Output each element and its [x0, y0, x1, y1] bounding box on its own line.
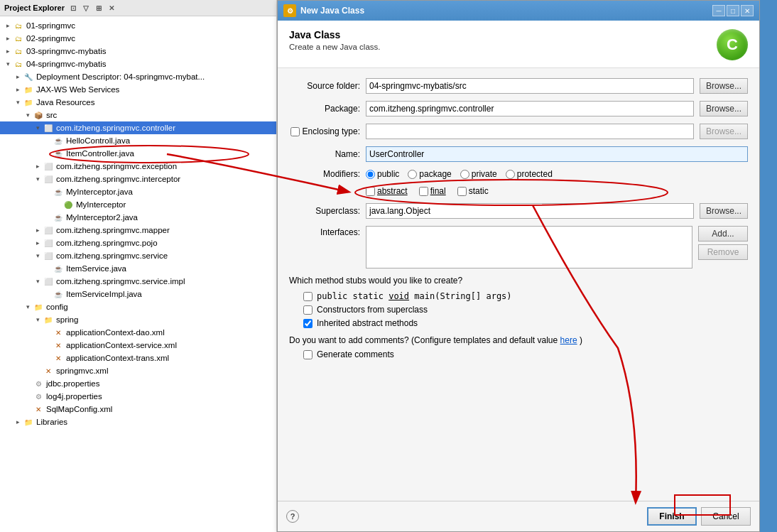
- name-input[interactable]: [366, 146, 748, 162]
- superclass-browse-btn[interactable]: Browse...: [700, 203, 748, 219]
- tree-item-javares[interactable]: ▾📁Java Resources: [0, 96, 276, 109]
- modifier-package[interactable]: package: [408, 169, 451, 179]
- tree-item-hellocontroll[interactable]: ☕HelloControll.java: [0, 134, 276, 147]
- expand-icon-service[interactable]: ▾: [33, 251, 43, 261]
- tree-item-service[interactable]: ▾⬜com.itzheng.springmvc.service: [0, 249, 276, 262]
- item-label-itemcontroller: ItemController.java: [66, 149, 134, 158]
- expand-all-icon[interactable]: ⊞: [93, 2, 104, 13]
- modifier-private-radio[interactable]: [460, 170, 469, 179]
- expand-icon-libraries[interactable]: ▸: [13, 417, 23, 427]
- tree-item-sqlmap[interactable]: ✕SqlMapConfig.xml: [0, 403, 276, 416]
- modifier-public[interactable]: public: [366, 169, 399, 179]
- package-input[interactable]: [366, 101, 694, 116]
- expand-icon-pojo[interactable]: ▸: [33, 238, 43, 248]
- tree-item-spring[interactable]: ▾📁spring: [0, 313, 276, 326]
- maximize-window-btn[interactable]: □: [727, 5, 739, 16]
- tree-item-interceptor[interactable]: ▾⬜com.itzheng.springmvc.interceptor: [0, 173, 276, 185]
- remove-interface-btn[interactable]: Remove: [698, 244, 748, 260]
- expand-icon-mapper[interactable]: ▸: [33, 225, 43, 235]
- source-folder-input[interactable]: [366, 78, 694, 94]
- help-button[interactable]: ?: [286, 510, 299, 523]
- comments-here-link[interactable]: here: [560, 335, 577, 345]
- source-folder-browse-btn[interactable]: Browse...: [700, 78, 748, 94]
- tree-item-springmvcxml[interactable]: ✕springmvc.xml: [0, 364, 276, 377]
- tree-item-myinterceptor2[interactable]: ☕MyInterceptor2.java: [0, 211, 276, 224]
- modifier-final-checkbox[interactable]: [419, 187, 428, 196]
- tree-item-exception[interactable]: ▸⬜com.itzheng.springmvc.exception: [0, 160, 276, 173]
- item-icon-myinterceptor2: ☕: [53, 212, 64, 223]
- modifier-final[interactable]: final: [419, 186, 446, 196]
- panel-header: Project Explorer ⊡ ▽ ⊞ ✕: [0, 0, 276, 16]
- modifier-static[interactable]: static: [457, 186, 489, 196]
- package-browse-btn[interactable]: Browse...: [700, 101, 748, 116]
- cancel-button[interactable]: Cancel: [701, 507, 751, 526]
- stub-main-checkbox[interactable]: [303, 292, 313, 301]
- tree-item-jdbcprops[interactable]: ⚙jdbc.properties: [0, 377, 276, 390]
- tree-item-pojo[interactable]: ▸⬜com.itzheng.springmvc.pojo: [0, 237, 276, 249]
- minimize-window-btn[interactable]: ─: [712, 5, 725, 16]
- tree-item-itemcontroller[interactable]: ☕ItemController.java: [0, 147, 276, 160]
- add-interface-btn[interactable]: Add...: [698, 226, 748, 241]
- tree-item-proj4[interactable]: ▾🗂04-springmvc-mybatis: [0, 58, 276, 70]
- tree-item-serviceimpl[interactable]: ▾⬜com.itzheng.springmvc.service.impl: [0, 275, 276, 288]
- generate-comments-checkbox[interactable]: [303, 350, 313, 359]
- close-window-btn[interactable]: ✕: [741, 5, 754, 16]
- expand-icon-interceptor[interactable]: ▾: [33, 174, 43, 184]
- expand-icon-javares[interactable]: ▾: [13, 97, 23, 107]
- enclosing-type-input[interactable]: [366, 124, 694, 139]
- tree-item-jaxws[interactable]: ▸📁JAX-WS Web Services: [0, 83, 276, 96]
- superclass-label: Superclass:: [289, 206, 360, 216]
- tree-item-appservice[interactable]: ✕applicationContext-service.xml: [0, 339, 276, 352]
- enclosing-type-checkbox[interactable]: [290, 127, 300, 136]
- tree-item-mapper[interactable]: ▸⬜com.itzheng.springmvc.mapper: [0, 224, 276, 237]
- enclosing-type-browse-btn[interactable]: Browse...: [700, 124, 748, 139]
- modifier-protected[interactable]: protected: [506, 169, 553, 179]
- tree-item-appdao[interactable]: ✕applicationContext-dao.xml: [0, 326, 276, 339]
- tree-item-myinterceptorclass[interactable]: 🟢MyInterceptor: [0, 198, 276, 211]
- expand-icon-src[interactable]: ▾: [23, 110, 33, 120]
- modifier-abstract-checkbox[interactable]: [366, 187, 375, 196]
- interfaces-buttons: Add... Remove: [698, 226, 748, 260]
- minimize-icon[interactable]: ⊡: [67, 2, 79, 13]
- collapse-icon[interactable]: ▽: [80, 2, 92, 13]
- close-icon[interactable]: ✕: [106, 2, 117, 13]
- expand-icon-spring[interactable]: ▾: [33, 315, 43, 325]
- expand-icon-proj1[interactable]: ▸: [3, 21, 13, 31]
- tree-item-libraries[interactable]: ▸📁Libraries: [0, 416, 276, 428]
- modifier-static-checkbox[interactable]: [457, 187, 467, 196]
- tree-item-log4j[interactable]: ⚙log4j.properties: [0, 390, 276, 403]
- modifier-public-radio[interactable]: [366, 170, 375, 179]
- stub-main-row: public static void main(String[] args): [303, 291, 748, 301]
- modifier-abstract[interactable]: abstract: [366, 186, 408, 196]
- modifier-protected-radio[interactable]: [506, 170, 515, 179]
- expand-icon-jaxws[interactable]: ▸: [13, 85, 23, 94]
- tree-item-controller[interactable]: ▾⬜com.itzheng.springmvc.controller: [0, 121, 276, 134]
- tree-item-itemservice[interactable]: ☕ItemService.java: [0, 262, 276, 275]
- expand-icon-exception[interactable]: ▸: [33, 161, 43, 171]
- expand-icon-deployment[interactable]: ▸: [13, 72, 23, 82]
- stub-inherited-checkbox[interactable]: [303, 319, 313, 328]
- tree-item-src[interactable]: ▾📦src: [0, 109, 276, 121]
- expand-icon-proj2[interactable]: ▸: [3, 33, 13, 43]
- tree-item-apptrans[interactable]: ✕applicationContext-trans.xml: [0, 352, 276, 364]
- finish-button[interactable]: Finish: [647, 507, 697, 526]
- expand-icon-proj4[interactable]: ▾: [3, 59, 13, 69]
- expand-icon-proj3[interactable]: ▸: [3, 46, 13, 56]
- tree-item-proj3[interactable]: ▸🗂03-springmvc-mybatis: [0, 45, 276, 58]
- superclass-input[interactable]: [366, 203, 694, 219]
- tree-item-myinterceptorjava[interactable]: ☕MyInterceptor.java: [0, 185, 276, 198]
- tree-item-itemserviceimpl[interactable]: ☕ItemServiceImpl.java: [0, 288, 276, 300]
- tree-item-proj2[interactable]: ▸🗂02-springmvc: [0, 32, 276, 45]
- modifier-private[interactable]: private: [460, 169, 497, 179]
- item-label-jdbcprops: jdbc.properties: [46, 379, 99, 388]
- expand-icon-controller[interactable]: ▾: [33, 123, 43, 133]
- tree-item-proj1[interactable]: ▸🗂01-springmvc: [0, 19, 276, 32]
- expand-icon-config[interactable]: ▾: [23, 302, 33, 312]
- item-icon-mapper: ⬜: [43, 224, 54, 236]
- tree-item-deployment[interactable]: ▸🔧Deployment Descriptor: 04-springmvc-my…: [0, 70, 276, 83]
- stub-constructors-label: Constructors from superclass: [317, 305, 428, 315]
- modifier-package-radio[interactable]: [408, 170, 417, 179]
- tree-item-config[interactable]: ▾📁config: [0, 300, 276, 313]
- expand-icon-serviceimpl[interactable]: ▾: [33, 276, 43, 286]
- stub-constructors-checkbox[interactable]: [303, 305, 313, 315]
